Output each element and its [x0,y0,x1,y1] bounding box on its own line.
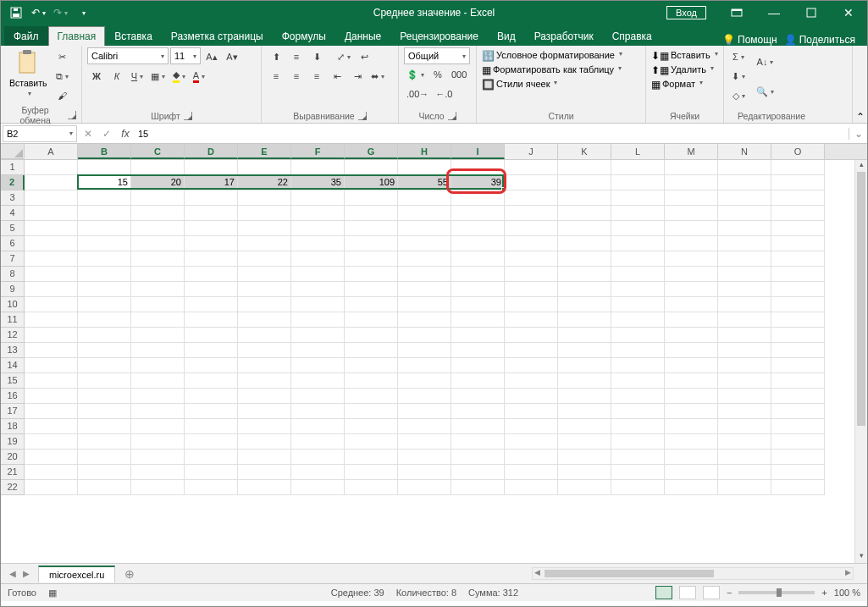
cell-I8[interactable] [451,267,505,282]
copy-icon[interactable]: ⧉▾ [53,67,72,86]
cell-L8[interactable] [611,267,665,282]
tab-insert[interactable]: Вставка [105,26,162,46]
cell-A17[interactable] [25,404,78,419]
cell-L21[interactable] [611,465,665,480]
tab-data[interactable]: Данные [335,26,390,46]
cell-F17[interactable] [291,404,345,419]
col-header-J[interactable]: J [505,144,558,159]
row-header-17[interactable]: 17 [1,404,25,419]
cell-J6[interactable] [505,236,558,251]
cell-O5[interactable] [771,221,825,236]
cell-A6[interactable] [25,236,78,251]
cell-E22[interactable] [238,480,291,495]
cell-F5[interactable] [291,221,345,236]
cell-B5[interactable] [78,221,131,236]
cell-G18[interactable] [345,419,398,434]
cell-N22[interactable] [718,480,771,495]
cell-K18[interactable] [558,419,611,434]
cell-C9[interactable] [131,282,185,297]
cell-B8[interactable] [78,267,131,282]
cell-K12[interactable] [558,328,611,343]
cell-H22[interactable] [398,480,451,495]
fill-icon[interactable]: ⬇▾ [729,67,748,86]
grow-font-icon[interactable]: A▴ [202,47,221,66]
cell-O14[interactable] [771,358,825,373]
cell-K3[interactable] [558,190,611,206]
cell-D16[interactable] [185,389,238,404]
cell-D11[interactable] [185,312,238,328]
cell-I4[interactable] [451,206,505,221]
zoom-in-button[interactable]: + [821,588,827,598]
row-header-5[interactable]: 5 [1,221,25,236]
cell-B22[interactable] [78,480,131,495]
paste-button[interactable]: Вставить▾ [6,47,51,99]
cell-F15[interactable] [291,373,345,389]
cell-O11[interactable] [771,312,825,328]
cell-D12[interactable] [185,328,238,343]
align-dialog-launcher[interactable] [358,112,367,120]
cell-D22[interactable] [185,480,238,495]
cell-B13[interactable] [78,343,131,358]
cell-I18[interactable] [451,419,505,434]
cell-L16[interactable] [611,389,665,404]
cancel-formula-icon[interactable]: ✕ [79,125,97,142]
cell-C22[interactable] [131,480,185,495]
delete-cells-button[interactable]: ⬆▦Удалить▾ [651,64,714,76]
sort-filter-icon[interactable]: A↓▾ [754,47,777,76]
cell-A8[interactable] [25,267,78,282]
cell-C1[interactable] [131,160,185,175]
cell-N11[interactable] [718,312,771,328]
number-format-select[interactable]: Общий▾ [404,47,470,64]
cell-J12[interactable] [505,328,558,343]
cell-styles-button[interactable]: 🔲Стили ячеек▾ [482,79,557,91]
cell-E20[interactable] [238,450,291,465]
cell-O9[interactable] [771,282,825,297]
cell-L9[interactable] [611,282,665,297]
cell-G16[interactable] [345,389,398,404]
cell-H10[interactable] [398,297,451,312]
cell-I16[interactable] [451,389,505,404]
tab-help[interactable]: Справка [603,26,661,46]
cell-B19[interactable] [78,434,131,450]
cell-G5[interactable] [345,221,398,236]
cell-J4[interactable] [505,206,558,221]
name-box[interactable]: B2▾ [3,125,77,142]
italic-button[interactable]: К [108,67,126,86]
decrease-indent-icon[interactable]: ⇤ [328,67,346,86]
align-middle-icon[interactable]: ≡ [287,47,306,66]
cell-M6[interactable] [665,236,718,251]
cell-K15[interactable] [558,373,611,389]
cell-D18[interactable] [185,419,238,434]
cell-M12[interactable] [665,328,718,343]
cell-C3[interactable] [131,190,185,206]
cell-E6[interactable] [238,236,291,251]
cell-G14[interactable] [345,358,398,373]
cell-F4[interactable] [291,206,345,221]
cell-H6[interactable] [398,236,451,251]
cell-O15[interactable] [771,373,825,389]
cell-K16[interactable] [558,389,611,404]
cell-D20[interactable] [185,450,238,465]
cell-E3[interactable] [238,190,291,206]
cell-O6[interactable] [771,236,825,251]
cell-E5[interactable] [238,221,291,236]
cell-H19[interactable] [398,434,451,450]
cell-B6[interactable] [78,236,131,251]
cell-O17[interactable] [771,404,825,419]
row-header-3[interactable]: 3 [1,190,25,206]
row-header-14[interactable]: 14 [1,358,25,373]
cell-G20[interactable] [345,450,398,465]
vertical-scrollbar[interactable]: ▴ ▾ [854,160,867,563]
row-header-19[interactable]: 19 [1,434,25,450]
cell-J15[interactable] [505,373,558,389]
horizontal-scrollbar[interactable]: ◀▶ [532,567,854,580]
cell-L7[interactable] [611,251,665,267]
expand-formula-icon[interactable]: ⌄ [849,128,867,140]
cell-A12[interactable] [25,328,78,343]
cell-O19[interactable] [771,434,825,450]
cell-E17[interactable] [238,404,291,419]
cell-H3[interactable] [398,190,451,206]
cell-M3[interactable] [665,190,718,206]
cell-O1[interactable] [771,160,825,175]
cell-A9[interactable] [25,282,78,297]
